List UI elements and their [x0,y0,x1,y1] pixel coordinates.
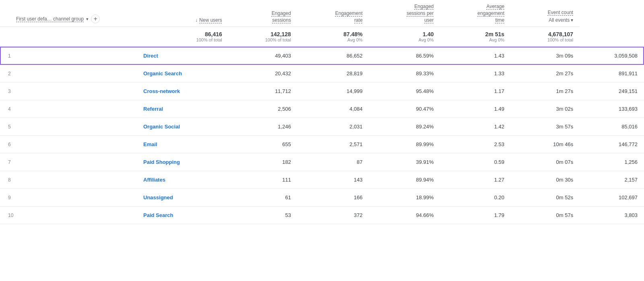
totals-new-users: 86,416 100% of total [137,27,229,47]
row-rank: 7 [0,153,137,171]
table-row[interactable]: 3Cross-network11,71214,99995.48%1.171m 2… [0,83,644,100]
row-event-count: 102,697 [580,189,644,207]
row-channel[interactable]: Organic Search [137,65,229,83]
table-row[interactable]: 8Affiliates11114389.94%1.270m 30s2,157 [0,171,644,189]
totals-dim-cell [0,27,137,47]
row-event-count: 85,016 [580,118,644,136]
row-event-count: 891,911 [580,65,644,83]
row-rank: 8 [0,171,137,189]
table-row[interactable]: 5Organic Social1,2462,03189.24%1.423m 57… [0,118,644,136]
row-new-users: 111 [229,171,297,189]
event-count-filter[interactable]: All events ▾ [549,17,573,24]
totals-avg-engagement-time: 2m 51s Avg 0% [440,27,511,47]
row-event-count: 133,693 [580,100,644,118]
row-rank: 2 [0,65,137,83]
row-avg-engagement-time: 3m 57s [511,118,580,136]
row-avg-engagement-time: 0m 52s [511,189,580,207]
dim-label[interactable]: First user defa… channel group [16,16,84,23]
row-engaged-sessions: 14,999 [297,83,369,100]
table-row[interactable]: 4Referral2,5064,08490.47%1.493m 02s133,6… [0,100,644,118]
row-new-users: 11,712 [229,83,297,100]
row-new-users: 53 [229,207,297,224]
row-channel[interactable]: Paid Shopping [137,153,229,171]
totals-engagement-rate: 87.48% Avg 0% [297,27,369,47]
analytics-table: First user defa… channel group ▾ + ↓New … [0,0,644,224]
row-engagement-rate: 89.33% [369,65,440,83]
row-avg-engagement-time: 3m 02s [511,100,580,118]
row-event-count: 146,772 [580,136,644,153]
totals-engaged-sessions: 142,128 100% of total [229,27,297,47]
row-event-count: 249,151 [580,83,644,100]
engaged-sessions-per-user-column-header[interactable]: Engagedsessions peruser [369,0,440,27]
row-event-count: 3,803 [580,207,644,224]
engaged-sessions-column-header[interactable]: Engagedsessions [229,0,297,27]
totals-engaged-sessions-per-user: 1.40 Avg 0% [369,27,440,47]
row-engaged-sessions-per-user: 1.49 [440,100,511,118]
row-avg-engagement-time: 2m 27s [511,65,580,83]
row-avg-engagement-time: 10m 46s [511,136,580,153]
sort-indicator: ↓ [195,17,198,23]
row-engaged-sessions: 4,084 [297,100,369,118]
row-new-users: 182 [229,153,297,171]
row-engaged-sessions-per-user: 2.53 [440,136,511,153]
table-header-row: First user defa… channel group ▾ + ↓New … [0,0,644,27]
row-avg-engagement-time: 0m 57s [511,207,580,224]
row-engagement-rate: 18.99% [369,189,440,207]
row-channel[interactable]: Referral [137,100,229,118]
row-engaged-sessions: 28,819 [297,65,369,83]
row-engaged-sessions-per-user: 1.43 [440,47,511,65]
row-rank: 6 [0,136,137,153]
row-engagement-rate: 86.59% [369,47,440,65]
row-avg-engagement-time: 0m 07s [511,153,580,171]
add-dimension-button[interactable]: + [91,14,100,23]
dim-column-header: First user defa… channel group ▾ + [0,0,137,27]
row-engagement-rate: 89.94% [369,171,440,189]
row-channel[interactable]: Direct [137,47,229,65]
row-engaged-sessions: 372 [297,207,369,224]
row-engaged-sessions: 87 [297,153,369,171]
event-count-column-header[interactable]: Event count All events ▾ [511,0,580,27]
row-engaged-sessions-per-user: 1.27 [440,171,511,189]
row-engaged-sessions-per-user: 0.20 [440,189,511,207]
row-engaged-sessions-per-user: 1.42 [440,118,511,136]
table-row[interactable]: 6Email6552,57189.99%2.5310m 46s146,772 [0,136,644,153]
row-engaged-sessions: 2,571 [297,136,369,153]
row-channel[interactable]: Paid Search [137,207,229,224]
row-engaged-sessions: 2,031 [297,118,369,136]
row-event-count: 2,157 [580,171,644,189]
row-avg-engagement-time: 3m 09s [511,47,580,65]
table-row[interactable]: 1Direct49,40386,65286.59%1.433m 09s3,059… [0,47,644,65]
row-event-count: 1,256 [580,153,644,171]
table-row[interactable]: 9Unassigned6116618.99%0.200m 52s102,697 [0,189,644,207]
row-rank: 9 [0,189,137,207]
row-new-users: 2,506 [229,100,297,118]
row-channel[interactable]: Affiliates [137,171,229,189]
new-users-column-header[interactable]: ↓New users [137,0,229,27]
totals-row: 86,416 100% of total 142,128 100% of tot… [0,27,644,47]
row-new-users: 61 [229,189,297,207]
engagement-rate-column-header[interactable]: Engagementrate [297,0,369,27]
table-row[interactable]: 7Paid Shopping1828739.91%0.590m 07s1,256 [0,153,644,171]
row-rank: 4 [0,100,137,118]
row-channel[interactable]: Unassigned [137,189,229,207]
row-new-users: 20,432 [229,65,297,83]
row-engaged-sessions-per-user: 1.33 [440,65,511,83]
row-channel[interactable]: Organic Social [137,118,229,136]
row-avg-engagement-time: 1m 27s [511,83,580,100]
row-rank: 1 [0,47,137,65]
table-row[interactable]: 10Paid Search5337294.66%1.790m 57s3,803 [0,207,644,224]
row-engaged-sessions: 86,652 [297,47,369,65]
table-row[interactable]: 2Organic Search20,43228,81989.33%1.332m … [0,65,644,83]
row-engaged-sessions-per-user: 1.17 [440,83,511,100]
row-engaged-sessions: 143 [297,171,369,189]
avg-engagement-time-column-header[interactable]: Averageengagementtime [440,0,511,27]
row-channel[interactable]: Cross-network [137,83,229,100]
row-rank: 5 [0,118,137,136]
table-body: 1Direct49,40386,65286.59%1.433m 09s3,059… [0,47,644,224]
row-channel[interactable]: Email [137,136,229,153]
analytics-table-container: First user defa… channel group ▾ + ↓New … [0,0,644,224]
dim-dropdown-icon[interactable]: ▾ [86,16,89,22]
row-rank: 10 [0,207,137,224]
row-engagement-rate: 95.48% [369,83,440,100]
row-event-count: 3,059,508 [580,47,644,65]
